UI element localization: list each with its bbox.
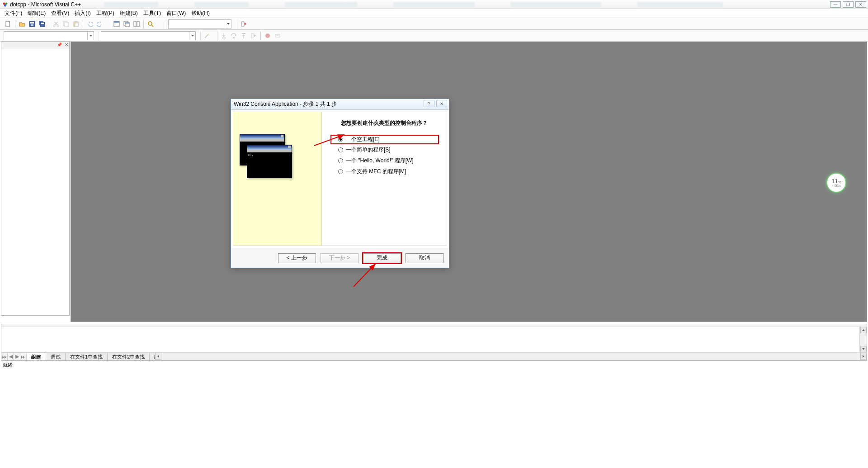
close-pane-icon[interactable]: ✕ bbox=[65, 42, 68, 47]
mdi-workspace bbox=[71, 42, 867, 322]
widget-subtext: ↑ 0K/s bbox=[832, 184, 840, 187]
workspace-icon[interactable] bbox=[112, 19, 121, 28]
option-label: 一个简单的程序[S] bbox=[346, 146, 391, 154]
cancel-button[interactable]: 取消 bbox=[406, 253, 443, 263]
output-tab-debug[interactable]: 调试 bbox=[46, 353, 66, 360]
pin-icon[interactable]: 📌 bbox=[57, 43, 62, 47]
tab-nav-prev[interactable]: ◀ bbox=[8, 353, 14, 360]
status-text: 就绪 bbox=[3, 362, 13, 368]
option-label: 一个支持 MFC 的程序[M] bbox=[346, 168, 406, 175]
window-list-icon[interactable] bbox=[122, 19, 131, 28]
network-speed-widget[interactable]: 11% ↑ 0K/s bbox=[826, 173, 846, 193]
open-file-icon[interactable] bbox=[18, 19, 27, 28]
svg-rect-13 bbox=[65, 22, 68, 27]
menu-file[interactable]: 文件(F) bbox=[2, 9, 25, 18]
tab-nav-first[interactable]: ⏮ bbox=[1, 353, 8, 360]
step-into-icon[interactable] bbox=[219, 31, 228, 40]
output-hscroll[interactable] bbox=[155, 352, 867, 360]
dialog-close-icon[interactable]: ✕ bbox=[436, 100, 447, 107]
svg-rect-9 bbox=[41, 23, 44, 24]
go-icon[interactable] bbox=[239, 19, 248, 28]
radio-icon bbox=[338, 169, 343, 174]
option-hello-world[interactable]: 一个 "Hello, World!" 程序[W] bbox=[330, 157, 439, 165]
option-mfc-program[interactable]: 一个支持 MFC 的程序[M] bbox=[330, 168, 439, 175]
output-tab-find1[interactable]: 在文件1中查找 bbox=[66, 353, 108, 360]
maximize-button[interactable]: ❐ bbox=[843, 1, 854, 8]
svg-point-29 bbox=[265, 33, 270, 38]
svg-rect-21 bbox=[125, 23, 129, 24]
cut-icon[interactable] bbox=[52, 19, 61, 28]
finish-button[interactable]: 完成 bbox=[363, 253, 401, 263]
dialog-help-icon[interactable]: ? bbox=[424, 100, 434, 107]
svg-rect-5 bbox=[30, 22, 34, 24]
dialog-footer: < 上一步 下一步 > 完成 取消 bbox=[231, 248, 449, 268]
paste-icon[interactable] bbox=[71, 19, 80, 28]
option-empty-project[interactable]: 一个空工程[E] bbox=[331, 135, 439, 144]
status-bar: 就绪 bbox=[0, 361, 868, 368]
menu-insert[interactable]: 插入(I) bbox=[72, 9, 93, 18]
app-icon bbox=[3, 2, 8, 7]
menu-edit[interactable]: 编辑(E) bbox=[25, 9, 48, 18]
minimize-button[interactable]: — bbox=[830, 1, 841, 8]
close-button[interactable]: ✕ bbox=[855, 1, 866, 8]
dialog-titlebar[interactable]: Win32 Console Application - 步骤 1 共 1 步 ?… bbox=[231, 99, 449, 110]
menu-project[interactable]: 工程(P) bbox=[94, 9, 117, 18]
redo-icon[interactable] bbox=[95, 19, 104, 28]
output-body bbox=[1, 327, 859, 352]
menu-build[interactable]: 组建(B) bbox=[117, 9, 141, 18]
find-icon[interactable] bbox=[146, 19, 155, 28]
svg-rect-28 bbox=[251, 33, 253, 38]
menu-window[interactable]: 窗口(W) bbox=[164, 9, 189, 18]
tab-nav-last[interactable]: ⏭ bbox=[20, 353, 27, 360]
wizard-illustration bbox=[240, 134, 294, 184]
output-tab-find2[interactable]: 在文件2中查找 bbox=[108, 353, 150, 360]
window-title: dotcpp - Microsoft Visual C++ bbox=[10, 1, 81, 8]
menu-bar: 文件(F) 编辑(E) 查看(V) 插入(I) 工程(P) 组建(B) 工具(T… bbox=[0, 9, 868, 18]
svg-rect-25 bbox=[222, 38, 226, 38]
output-vscroll[interactable] bbox=[859, 327, 867, 352]
window-controls: — ❐ ✕ bbox=[830, 0, 866, 9]
wizard-dialog: Win32 Console Application - 步骤 1 共 1 步 ?… bbox=[231, 99, 449, 268]
menu-view[interactable]: 查看(V) bbox=[48, 9, 72, 18]
wizard-illustration-panel bbox=[233, 112, 322, 246]
menu-help[interactable]: 帮助(H) bbox=[189, 9, 212, 18]
output-pane: ⏮ ◀ ▶ ⏭ 组建 调试 在文件1中查找 在文件2中查找 结果 bbox=[1, 324, 867, 361]
tile-icon[interactable] bbox=[132, 19, 141, 28]
svg-rect-6 bbox=[31, 24, 33, 26]
watch-icon[interactable] bbox=[273, 31, 282, 40]
breakpoint-icon[interactable] bbox=[263, 31, 272, 40]
svg-rect-16 bbox=[75, 23, 78, 27]
save-icon[interactable] bbox=[28, 19, 37, 28]
new-file-icon[interactable] bbox=[4, 19, 13, 28]
next-button[interactable]: 下一步 > bbox=[321, 253, 359, 263]
member-combo[interactable] bbox=[101, 31, 196, 40]
radio-icon bbox=[338, 137, 343, 142]
option-simple-program[interactable]: 一个简单的程序[S] bbox=[330, 146, 439, 154]
svg-rect-26 bbox=[233, 37, 235, 38]
widget-value: 11% bbox=[831, 178, 841, 184]
standard-toolbar bbox=[0, 18, 868, 30]
wand-icon[interactable] bbox=[203, 31, 212, 40]
option-label: 一个空工程[E] bbox=[346, 136, 380, 143]
workspace-pane: 📌 ✕ bbox=[1, 42, 70, 316]
back-button[interactable]: < 上一步 bbox=[278, 253, 316, 263]
svg-rect-23 bbox=[137, 21, 139, 27]
svg-point-24 bbox=[148, 22, 152, 25]
build-config-combo[interactable] bbox=[168, 19, 231, 28]
background-tabs bbox=[104, 0, 832, 9]
run-to-cursor-icon[interactable] bbox=[249, 31, 258, 40]
wizard-options-panel: 您想要创建什么类型的控制台程序？ 一个空工程[E] 一个简单的程序[S] 一个 … bbox=[322, 112, 447, 246]
svg-rect-22 bbox=[134, 21, 136, 27]
menu-tools[interactable]: 工具(T) bbox=[141, 9, 164, 18]
class-combo[interactable] bbox=[4, 31, 94, 40]
output-tab-build[interactable]: 组建 bbox=[27, 353, 46, 360]
tab-nav-next[interactable]: ▶ bbox=[14, 353, 20, 360]
svg-point-2 bbox=[4, 4, 6, 6]
undo-icon[interactable] bbox=[85, 19, 94, 28]
step-out-icon[interactable] bbox=[239, 31, 248, 40]
radio-icon bbox=[338, 147, 343, 152]
save-all-icon[interactable] bbox=[38, 19, 47, 28]
radio-icon bbox=[338, 158, 343, 163]
step-over-icon[interactable] bbox=[229, 31, 238, 40]
copy-icon[interactable] bbox=[61, 19, 71, 28]
